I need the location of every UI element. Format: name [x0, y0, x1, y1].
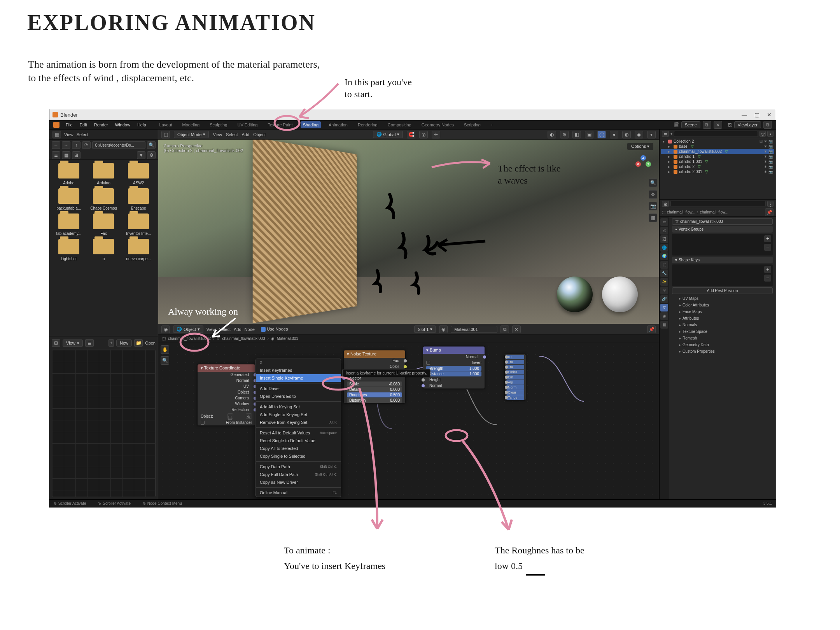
noise-detail-slider[interactable]: Detail0.000: [347, 387, 402, 392]
ctx-item[interactable]: Online ManualF1: [256, 489, 341, 497]
shader-canvas[interactable]: ▾ Texture Coordinate GeneratedNormalUVOb…: [158, 343, 659, 499]
outliner-filter-icon[interactable]: ▽: [760, 131, 766, 137]
ctx-item[interactable]: Remove from Keying SetAlt K: [256, 418, 341, 426]
ws-modeling[interactable]: Modeling: [180, 121, 202, 128]
props-section[interactable]: ▸ Remesh: [672, 335, 773, 341]
bc-mesh[interactable]: chainmail_flowalistik.003: [222, 336, 265, 341]
asset-grid[interactable]: [52, 350, 156, 497]
axis-z[interactable]: Z: [640, 155, 646, 161]
ws-scripting[interactable]: Scripting: [462, 121, 483, 128]
props-search[interactable]: [670, 201, 766, 207]
grid-icon[interactable]: ▦: [649, 214, 657, 222]
asset-type-icon[interactable]: ⊞: [52, 339, 60, 347]
ctx-item[interactable]: Copy All to Selected: [256, 444, 341, 452]
scene-field[interactable]: Scene: [681, 121, 700, 128]
ws-animation[interactable]: Animation: [326, 121, 350, 128]
bump-header[interactable]: ▾ Bump: [423, 346, 485, 354]
axis-x[interactable]: X: [635, 161, 641, 167]
tab-material[interactable]: ◉: [660, 312, 668, 320]
sh-select-menu[interactable]: Select: [219, 327, 231, 332]
bump-strength-slider[interactable]: Strength1.000: [426, 366, 481, 371]
zoom-icon[interactable]: 🔍: [649, 178, 657, 187]
bsdf-input[interactable]: Clear: [506, 390, 524, 395]
tab-physics[interactable]: ⚛: [660, 287, 668, 294]
fb-display-icon[interactable]: ▦: [52, 131, 61, 138]
path-field[interactable]: C:\Users\docente\Do...: [92, 141, 145, 149]
sh-node-menu[interactable]: Node: [245, 327, 255, 332]
noise-roughness-slider[interactable]: Roughnes0.500: [347, 392, 402, 397]
asset-view-dropdown[interactable]: View ▾: [63, 340, 83, 347]
ws-shading[interactable]: Shading: [301, 121, 321, 128]
folder-item[interactable]: Enscape: [122, 188, 155, 210]
props-options-icon[interactable]: ⋮: [767, 201, 774, 207]
minimize-button[interactable]: —: [741, 112, 748, 118]
outliner-item[interactable]: ▸base▽👁📷: [661, 144, 774, 149]
shading-dropdown-icon[interactable]: ▾: [647, 131, 656, 138]
menu-window[interactable]: Window: [112, 121, 133, 128]
texcoord-obj-field[interactable]: ⬚: [227, 413, 233, 419]
vp-object-menu[interactable]: Object: [253, 132, 266, 137]
overlay-toggle-icon[interactable]: ◐: [548, 131, 556, 138]
mesh-name-field[interactable]: ▽ chainmail_flowalistik.003: [672, 218, 773, 225]
mode-dropdown[interactable]: Object Mode ▾: [174, 131, 209, 138]
ctx-item[interactable]: Open Drivers Edito: [256, 392, 341, 400]
slot-dropdown[interactable]: Slot 1 ▾: [414, 326, 436, 333]
shading-solid-icon[interactable]: ●: [610, 131, 618, 138]
bsdf-input[interactable]: Tange: [506, 395, 524, 400]
viewlayer-field[interactable]: ViewLayer: [734, 121, 761, 128]
noise-out-fac[interactable]: Fac: [392, 359, 399, 363]
ctx-item[interactable]: Copy as New Driver: [256, 478, 341, 486]
overlays-icon[interactable]: ◧: [572, 131, 581, 138]
nav-fwd-button[interactable]: →: [62, 141, 70, 149]
material-field[interactable]: Material.001: [451, 326, 497, 333]
viewport-canvas[interactable]: Camera Perspective (0) Collection 2 | ch…: [158, 140, 659, 324]
vg-remove-button[interactable]: −: [764, 244, 771, 251]
ws-compositing[interactable]: Compositing: [385, 121, 414, 128]
tab-world[interactable]: 🌍: [660, 252, 668, 260]
ctx-item[interactable]: Copy Full Data PathShift Ctrl Alt C: [256, 471, 341, 478]
folder-item[interactable]: Chaos Cosmos: [88, 188, 120, 210]
add-rest-button[interactable]: Add Rest Position: [672, 287, 773, 294]
asset-new-button[interactable]: New: [116, 340, 132, 346]
ws-uv[interactable]: UV Editing: [235, 121, 260, 128]
noise-out-color[interactable]: Color: [390, 364, 399, 369]
dispmode-grid-icon[interactable]: ⊞: [72, 151, 80, 159]
props-section[interactable]: ▸ Normals: [672, 322, 773, 328]
snap-icon[interactable]: 🧲: [407, 131, 415, 138]
ctx-item[interactable]: Reset Single to Default Value: [256, 437, 341, 444]
shape-keys-box[interactable]: +−: [672, 264, 773, 286]
props-section[interactable]: ▸ Geometry Data: [672, 341, 773, 348]
texcoord-out[interactable]: Generated: [198, 372, 255, 378]
menu-render[interactable]: Render: [91, 121, 111, 128]
bump-distance-slider[interactable]: Distance1.000: [426, 371, 481, 376]
scene-new-button[interactable]: ✕: [714, 121, 722, 129]
sk-add-button[interactable]: +: [764, 266, 771, 273]
ws-sculpting[interactable]: Sculpting: [207, 121, 229, 128]
ws-texpaint[interactable]: Texture Paint: [265, 121, 295, 128]
ctx-item[interactable]: Insert Keyframes: [256, 366, 341, 374]
folder-item[interactable]: nueva carpe...: [122, 239, 155, 261]
noise-distortion-slider[interactable]: Distortion0.000: [347, 398, 402, 403]
filter-icon[interactable]: ▼: [137, 151, 145, 159]
ctx-item[interactable]: Copy Single to Selected: [256, 452, 341, 460]
ctx-item[interactable]: Add All to Keying Set: [256, 403, 341, 411]
nav-gizmo[interactable]: Z X Y: [635, 155, 651, 171]
bc-mat[interactable]: Material.001: [277, 336, 298, 341]
asset-open-label[interactable]: Open: [145, 341, 156, 345]
outliner-type-icon[interactable]: ≣: [662, 131, 669, 137]
bc-obj[interactable]: chainmail_flowalistik.002: [168, 336, 211, 341]
menu-edit[interactable]: Edit: [77, 121, 90, 128]
ws-geonodes[interactable]: Geometry Nodes: [419, 121, 456, 128]
menu-help[interactable]: Help: [134, 121, 149, 128]
panel-vertex-groups[interactable]: ▾ Vertex Groups: [672, 226, 773, 233]
bsdf-input[interactable]: Norm: [506, 385, 524, 390]
fb-view-menu[interactable]: View: [64, 132, 74, 137]
scene-browse-button[interactable]: ⧉: [703, 121, 711, 129]
outliner-item[interactable]: ▸cilindro 1▽👁📷: [661, 154, 774, 159]
proportional-icon[interactable]: ◎: [419, 131, 428, 138]
nav-up-button[interactable]: ↑: [72, 141, 80, 149]
bsdf-input[interactable]: IO: [506, 355, 524, 359]
pivot-icon[interactable]: ✛: [432, 131, 440, 138]
folder-item[interactable]: backupfab a...: [52, 188, 85, 210]
asset-plus-button[interactable]: +: [108, 339, 114, 347]
